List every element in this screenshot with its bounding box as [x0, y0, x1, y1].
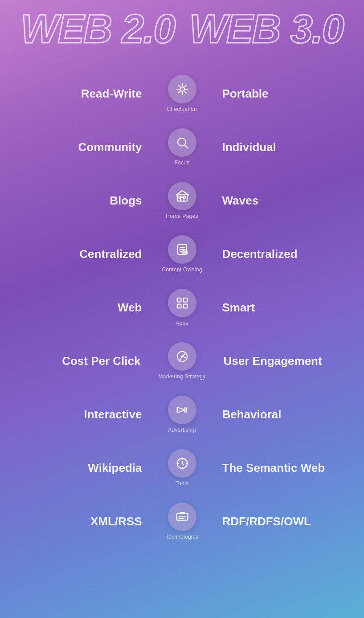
svg-rect-8 [177, 298, 181, 302]
comparison-row: Web Apps Smart [0, 281, 364, 334]
svg-point-15 [181, 463, 183, 464]
center-icon: Home Pages [160, 182, 204, 219]
icon-circle [168, 289, 196, 317]
icon-circle [168, 235, 196, 264]
comparison-row: Interactive Advertising Behavioral [0, 388, 364, 441]
web2-title: WEB 2.0 [20, 9, 175, 49]
center-icon: Effectuation [160, 75, 204, 112]
svg-rect-11 [183, 304, 187, 308]
left-label: XML/RSS [18, 515, 155, 528]
comparison-row: XML/RSS Technologies RDF/RDFS/OWL [0, 495, 364, 548]
left-label: Blogs [18, 194, 155, 208]
icon-label: Tools [176, 480, 189, 487]
right-label: RDF/RDFS/OWL [209, 515, 347, 528]
icon-circle [168, 503, 196, 531]
right-label: Portable [209, 87, 347, 101]
svg-rect-10 [177, 304, 181, 308]
icon-label: Advertising [168, 427, 196, 433]
icon-circle [168, 182, 196, 210]
icon-label: Content Owning [162, 266, 202, 273]
icon-label: Technologies [166, 534, 199, 540]
comparison-row: Community Focus Individual [0, 120, 364, 174]
web3-title: WEB 3.0 [189, 9, 344, 49]
comparison-row: Wikipedia Tools The Semantic Web [0, 441, 364, 495]
left-label: Read-Write [18, 87, 155, 101]
svg-rect-9 [183, 298, 187, 302]
svg-line-2 [184, 145, 188, 148]
center-icon: Focus [160, 128, 204, 166]
svg-rect-4 [179, 196, 181, 198]
left-label: Centralized [18, 247, 155, 261]
icon-label: Marketing Strategy [158, 373, 205, 380]
right-label: Individual [209, 140, 347, 154]
comparison-row: Blogs Home Pages Waves [0, 174, 364, 227]
left-label: Interactive [18, 408, 155, 422]
right-label: Behavioral [209, 408, 347, 422]
icon-circle [168, 396, 196, 424]
icon-circle [168, 75, 196, 103]
left-label: Wikipedia [18, 461, 155, 475]
comparison-row: Read-Write Effectuation Portable [0, 67, 364, 120]
header: WEB 2.0 WEB 3.0 [0, 0, 364, 53]
comparison-grid: Read-Write Effectuation Portable Communi… [0, 53, 364, 566]
left-label: Community [18, 140, 155, 154]
left-label: Cost Per Click [18, 354, 154, 368]
comparison-row: Centralized Content Owning Decentralized [0, 227, 364, 281]
right-label: Waves [209, 194, 347, 208]
icon-circle [168, 128, 196, 157]
right-label: The Semantic Web [209, 461, 347, 475]
icon-label: Focus [174, 160, 189, 166]
icon-label: Apps [176, 320, 188, 326]
icon-label: Home Pages [166, 213, 198, 219]
center-icon: Tools [160, 449, 204, 487]
center-icon: Apps [160, 289, 204, 326]
center-icon: Content Owning [160, 235, 204, 273]
center-icon: Marketing Strategy [158, 342, 205, 380]
icon-circle [168, 449, 196, 478]
comparison-row: Cost Per Click Marketing Strategy User E… [0, 334, 364, 388]
svg-point-0 [180, 87, 184, 91]
center-icon: Technologies [160, 503, 204, 540]
right-label: Smart [209, 301, 347, 315]
icon-circle [168, 342, 196, 371]
right-label: Decentralized [209, 247, 347, 261]
center-icon: Advertising [160, 396, 204, 433]
right-label: User Engagement [210, 354, 346, 368]
svg-rect-5 [183, 196, 185, 198]
icon-label: Effectuation [167, 106, 197, 112]
svg-point-13 [181, 356, 183, 358]
left-label: Web [18, 301, 155, 315]
